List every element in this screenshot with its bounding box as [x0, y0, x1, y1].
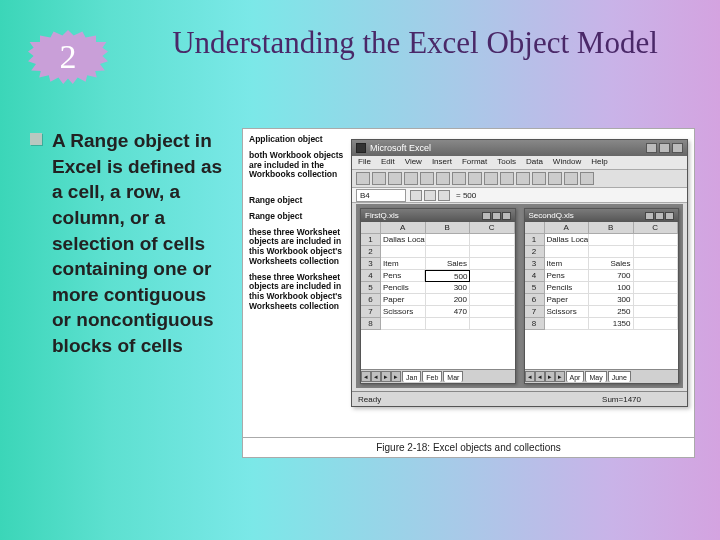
wb-max[interactable] [655, 212, 664, 220]
toolbar-button[interactable] [404, 172, 418, 185]
col-header[interactable]: C [470, 222, 515, 234]
menu-help[interactable]: Help [591, 157, 607, 168]
toolbar-button[interactable] [500, 172, 514, 185]
cell[interactable]: Sales [589, 258, 634, 270]
cell[interactable]: Sales [426, 258, 471, 270]
cell[interactable]: 470 [426, 306, 471, 318]
cell[interactable] [426, 234, 471, 246]
toolbar-button[interactable] [532, 172, 546, 185]
tab-nav-next[interactable]: ▸ [545, 371, 555, 382]
cell[interactable] [470, 282, 515, 294]
cell[interactable]: Dallas Location [381, 234, 426, 246]
row-header[interactable]: 5 [525, 282, 545, 294]
cell[interactable] [381, 318, 426, 330]
toolbar-button[interactable] [388, 172, 402, 185]
toolbar-button[interactable] [420, 172, 434, 185]
toolbar-button[interactable] [548, 172, 562, 185]
cell[interactable]: Dallas Location [545, 234, 590, 246]
col-header[interactable]: B [426, 222, 471, 234]
toolbar-button[interactable] [436, 172, 450, 185]
tab-nav-first[interactable]: ◂ [525, 371, 535, 382]
cell[interactable] [470, 234, 515, 246]
col-header[interactable]: A [381, 222, 426, 234]
col-header[interactable]: C [634, 222, 679, 234]
cell[interactable]: Scissors [545, 306, 590, 318]
row-header[interactable]: 8 [525, 318, 545, 330]
cancel-icon[interactable] [410, 190, 422, 201]
cell[interactable]: Paper [381, 294, 426, 306]
cell[interactable] [426, 318, 471, 330]
row-header[interactable]: 4 [525, 270, 545, 282]
col-header[interactable]: B [589, 222, 634, 234]
row-header[interactable]: 6 [361, 294, 381, 306]
wb-min[interactable] [482, 212, 491, 220]
menu-view[interactable]: View [405, 157, 422, 168]
toolbar-button[interactable] [372, 172, 386, 185]
row-header[interactable]: 2 [361, 246, 381, 258]
cell[interactable]: 1350 [589, 318, 634, 330]
tab-nav-last[interactable]: ▸ [555, 371, 565, 382]
cell[interactable] [634, 246, 679, 258]
menu-window[interactable]: Window [553, 157, 581, 168]
toolbar-button[interactable] [484, 172, 498, 185]
sheet-tab[interactable]: Jan [402, 371, 421, 382]
cell[interactable] [426, 246, 471, 258]
toolbar-button[interactable] [580, 172, 594, 185]
cell[interactable]: 300 [589, 294, 634, 306]
cell[interactable] [634, 306, 679, 318]
row-header[interactable]: 6 [525, 294, 545, 306]
toolbar-button[interactable] [516, 172, 530, 185]
row-header[interactable]: 8 [361, 318, 381, 330]
cell[interactable]: 200 [426, 294, 471, 306]
menu-data[interactable]: Data [526, 157, 543, 168]
tab-nav-first[interactable]: ◂ [361, 371, 371, 382]
tab-nav-last[interactable]: ▸ [391, 371, 401, 382]
tab-nav-prev[interactable]: ◂ [371, 371, 381, 382]
cell[interactable] [634, 270, 679, 282]
tab-nav-next[interactable]: ▸ [381, 371, 391, 382]
menu-insert[interactable]: Insert [432, 157, 452, 168]
fx-icon[interactable] [438, 190, 450, 201]
maximize-button[interactable] [659, 143, 670, 153]
row-header[interactable]: 4 [361, 270, 381, 282]
menu-format[interactable]: Format [462, 157, 487, 168]
row-header[interactable]: 1 [525, 234, 545, 246]
cell[interactable]: Scissors [381, 306, 426, 318]
row-header[interactable]: 3 [525, 258, 545, 270]
cell[interactable] [589, 246, 634, 258]
sheet-tab[interactable]: June [608, 371, 631, 382]
cell[interactable]: 100 [589, 282, 634, 294]
wb-max[interactable] [492, 212, 501, 220]
wb-min[interactable] [645, 212, 654, 220]
cell[interactable]: Item [381, 258, 426, 270]
menu-edit[interactable]: Edit [381, 157, 395, 168]
row-header[interactable]: 2 [525, 246, 545, 258]
tab-nav-prev[interactable]: ◂ [535, 371, 545, 382]
cell[interactable] [470, 270, 514, 282]
cell[interactable] [634, 294, 679, 306]
cell[interactable] [634, 318, 679, 330]
sheet-tab[interactable]: May [585, 371, 606, 382]
enter-icon[interactable] [424, 190, 436, 201]
cell[interactable] [470, 318, 515, 330]
select-all[interactable] [361, 222, 381, 234]
cell[interactable]: Item [545, 258, 590, 270]
sheet-tab[interactable]: Mar [443, 371, 463, 382]
cell[interactable]: Pens [381, 270, 425, 282]
name-box[interactable]: B4 [356, 189, 406, 202]
formula-content[interactable]: = 500 [456, 191, 687, 200]
cell[interactable]: Pencils [381, 282, 426, 294]
col-header[interactable]: A [545, 222, 590, 234]
cell[interactable]: Pens [545, 270, 590, 282]
toolbar-button[interactable] [452, 172, 466, 185]
row-header[interactable]: 1 [361, 234, 381, 246]
cell[interactable] [470, 294, 515, 306]
toolbar-button[interactable] [468, 172, 482, 185]
row-header[interactable]: 5 [361, 282, 381, 294]
cell[interactable] [545, 318, 590, 330]
sheet-tab[interactable]: Apr [566, 371, 585, 382]
cell[interactable]: Pencils [545, 282, 590, 294]
minimize-button[interactable] [646, 143, 657, 153]
cell[interactable]: 250 [589, 306, 634, 318]
sheet-tab[interactable]: Feb [422, 371, 442, 382]
